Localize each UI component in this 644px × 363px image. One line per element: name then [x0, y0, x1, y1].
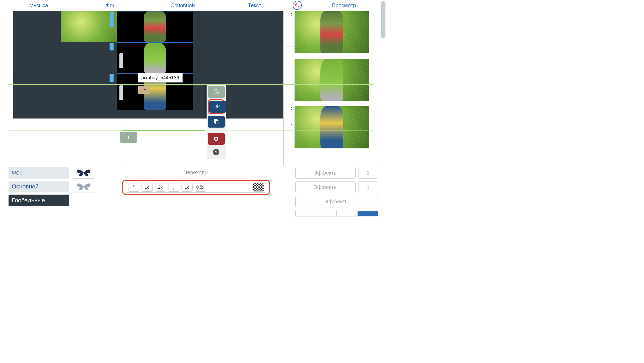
gear-icon: [215, 104, 221, 110]
timeline-area: pixabay_5445136 ?: [0, 11, 283, 165]
clip-row2-handle[interactable]: [119, 53, 123, 68]
clip-2[interactable]: [117, 42, 193, 73]
transitions-panel: Переходы ▼ 1с 2x ▲ 1с 0.5x: [101, 167, 291, 216]
effects-count-1[interactable]: 1: [358, 167, 378, 179]
ruler-tick-2: 2: [291, 44, 292, 48]
resize-handle[interactable]: [120, 132, 137, 143]
clip-tooltip: pixabay_5445136: [138, 73, 183, 82]
seg-2[interactable]: [316, 211, 337, 216]
copy-icon: [213, 119, 219, 125]
clock-icon: [213, 89, 219, 95]
ruler-tick-0: 0: [291, 13, 292, 17]
butterfly-icon: [76, 168, 92, 177]
seg-1[interactable]: [295, 211, 316, 216]
preview-thumb-1[interactable]: [295, 11, 369, 53]
guide-line-bottom: [8, 131, 374, 131]
layer-main-thumb[interactable]: [73, 181, 94, 192]
pin-badge[interactable]: [138, 86, 150, 94]
vertical-scrollbar[interactable]: [381, 1, 385, 38]
preview-thumbs: [295, 11, 371, 165]
resize-vertical-icon: [126, 134, 131, 140]
duration-button[interactable]: [208, 86, 225, 98]
butterfly-icon: [76, 182, 92, 191]
ruler-tick-6: 6: [291, 107, 292, 111]
bottom-controls: Фон Основной Глобальные Переходы ▼ 1с 2x…: [0, 167, 387, 216]
layer-bg-button[interactable]: Фон: [9, 167, 69, 179]
arrow-up-icon: ▲: [172, 187, 176, 191]
preview-thumb-3[interactable]: [295, 106, 369, 148]
layer-bg-thumb[interactable]: [73, 167, 94, 179]
clip-row3-handle[interactable]: [119, 85, 123, 100]
trans-in-speed[interactable]: 2x: [155, 183, 166, 192]
settings-button[interactable]: [209, 101, 226, 113]
arrow-down-icon: ▼: [132, 184, 136, 188]
tab-music[interactable]: Музыка: [3, 2, 75, 9]
effects-button-2[interactable]: Эффекты: [295, 181, 356, 193]
top-tabs: Музыка Фон Основной Текст Просмотр: [0, 0, 387, 11]
ruler-tick-4: 4: [291, 76, 292, 80]
time-ruler: 0 2 4 6 7: [283, 11, 295, 165]
delete-button[interactable]: [208, 133, 225, 145]
trans-in-box[interactable]: ▼: [128, 183, 139, 192]
effects-button-1[interactable]: Эффекты: [295, 167, 356, 179]
clip-column: [117, 11, 193, 110]
transitions-button[interactable]: Переходы: [125, 167, 267, 178]
copy-button[interactable]: [208, 116, 225, 128]
trans-out-speed[interactable]: 0.5x: [195, 183, 206, 192]
tab-text[interactable]: Текст: [219, 2, 291, 9]
tab-main[interactable]: Основной: [147, 2, 219, 9]
effects-segments[interactable]: [295, 211, 378, 216]
clip-action-panel: ?: [207, 85, 226, 159]
zoom-in-icon: [295, 3, 300, 8]
zoom-in-button[interactable]: [293, 1, 302, 10]
workspace: pixabay_5445136 ?: [0, 11, 387, 165]
effects-button-3[interactable]: Эффекты: [295, 196, 378, 207]
svg-rect-7: [215, 120, 218, 124]
transitions-highlight: ▼ 1с 2x ▲ 1с 0.5x: [122, 180, 270, 195]
effects-panel: Эффекты 1 Эффекты 1 Эффекты: [295, 167, 378, 216]
preview-thumb-2[interactable]: [295, 59, 369, 101]
clip-thumb-2: [144, 43, 166, 73]
seg-4[interactable]: [357, 211, 378, 216]
pin-icon: [142, 88, 146, 92]
trans-in-duration[interactable]: 1с: [142, 183, 153, 192]
preview-panel: 0 2 4 6 7: [283, 11, 371, 165]
svg-line-1: [298, 6, 299, 7]
settings-highlight: [208, 99, 225, 114]
tab-preview[interactable]: Просмотр: [304, 2, 384, 9]
guide-line-top: [8, 84, 374, 85]
clip-thumb-1: [144, 11, 166, 42]
help-button[interactable]: ?: [208, 146, 225, 158]
effects-count-2[interactable]: 1: [358, 181, 378, 193]
tab-background[interactable]: Фон: [75, 2, 147, 9]
trans-pattern-box[interactable]: [253, 183, 264, 192]
seg-3[interactable]: [337, 211, 357, 216]
layer-main-button[interactable]: Основной: [9, 181, 69, 192]
layer-global-button[interactable]: Глобальные: [9, 195, 69, 206]
ruler-tick-7: 7: [291, 122, 292, 126]
transitions-controls: ▼ 1с 2x ▲ 1с 0.5x: [126, 182, 266, 193]
trans-out-box[interactable]: ▲: [168, 183, 179, 192]
clip-1[interactable]: [117, 11, 193, 42]
help-icon: ?: [213, 149, 219, 155]
delete-icon: [213, 136, 219, 142]
layer-selector: Фон Основной Глобальные: [9, 167, 96, 216]
trans-out-duration[interactable]: 1с: [182, 183, 193, 192]
